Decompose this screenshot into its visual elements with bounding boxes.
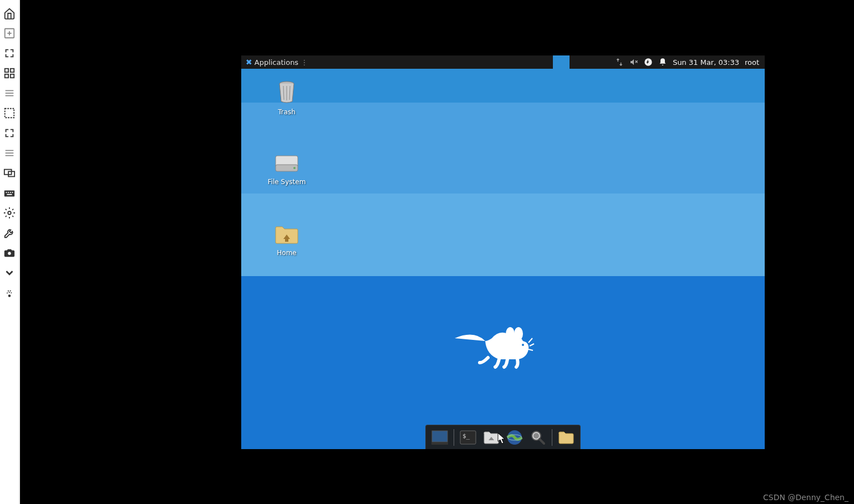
home-folder-icon	[274, 225, 299, 245]
svg-point-36	[514, 327, 523, 340]
desktop-icons-container: Trash File System Home	[265, 80, 309, 257]
menu2-icon[interactable]	[3, 146, 16, 160]
viewer-toolbar	[0, 0, 19, 504]
svg-rect-38	[432, 431, 448, 442]
expand-icon[interactable]	[3, 266, 16, 279]
fullscreen-toggle-icon[interactable]	[3, 47, 16, 60]
notification-icon[interactable]	[658, 58, 667, 67]
trash-label: Trash	[278, 108, 296, 116]
svg-rect-18	[8, 192, 9, 193]
system-tray: Sun 31 Mar, 03:33 root	[615, 55, 762, 69]
power-icon[interactable]	[644, 58, 653, 67]
applications-menu-button[interactable]: ✖ Applications ⋮	[241, 55, 312, 69]
svg-point-45	[533, 433, 539, 439]
fullscreen-icon[interactable]	[3, 67, 16, 80]
web-browser-button[interactable]	[505, 428, 524, 447]
filesystem-desktop-icon[interactable]: File System	[265, 155, 309, 186]
menu-icon[interactable]	[3, 86, 16, 100]
network-icon[interactable]	[615, 58, 624, 67]
tools-icon[interactable]	[3, 226, 16, 240]
new-connection-icon[interactable]	[3, 27, 16, 40]
disconnect-icon[interactable]	[3, 286, 16, 299]
bottom-dock: $_	[425, 425, 581, 449]
xfce-desktop[interactable]: ✖ Applications ⋮ Sun 31 Mar, 03:33 root	[241, 55, 765, 449]
svg-point-34	[293, 167, 296, 169]
scale-fullscreen-icon[interactable]	[3, 106, 16, 120]
svg-point-24	[9, 295, 11, 297]
svg-rect-6	[11, 74, 14, 78]
multi-monitor-icon[interactable]	[3, 166, 16, 180]
xfce-mouse-logo	[452, 322, 541, 377]
drive-icon	[274, 155, 299, 174]
app-finder-button[interactable]	[528, 428, 547, 447]
scale-icon[interactable]	[3, 126, 16, 140]
svg-rect-3	[5, 69, 8, 72]
svg-rect-10	[5, 109, 14, 118]
top-panel: ✖ Applications ⋮ Sun 31 Mar, 03:33 root	[241, 55, 765, 69]
home-desktop-icon[interactable]: Home	[265, 225, 309, 257]
home-label: Home	[277, 249, 296, 257]
screenshot-icon[interactable]	[3, 246, 16, 259]
dock-separator	[454, 429, 454, 446]
show-desktop-button[interactable]	[430, 428, 449, 447]
svg-rect-19	[10, 192, 11, 193]
svg-point-37	[522, 344, 524, 346]
svg-point-23	[8, 252, 11, 255]
volume-icon[interactable]	[629, 58, 638, 67]
menu-handle-icon: ⋮	[301, 58, 308, 67]
svg-text:$_: $_	[462, 432, 470, 440]
xfce-menu-icon: ✖	[246, 58, 252, 67]
applications-label: Applications	[255, 58, 298, 67]
keyboard-icon[interactable]	[3, 186, 16, 200]
watermark-text: CSDN @Denny_Chen_	[763, 493, 848, 502]
home-icon[interactable]	[3, 7, 16, 20]
trash-desktop-icon[interactable]: Trash	[265, 80, 309, 116]
svg-rect-4	[11, 69, 14, 72]
filesystem-label: File System	[268, 178, 306, 186]
datetime-label[interactable]: Sun 31 Mar, 03:33	[673, 58, 739, 67]
file-manager-button[interactable]	[482, 428, 501, 447]
user-label[interactable]: root	[745, 58, 759, 67]
svg-point-22	[8, 211, 11, 215]
svg-rect-5	[5, 74, 8, 78]
preferences-icon[interactable]	[3, 206, 16, 220]
svg-point-35	[506, 327, 515, 340]
svg-rect-16	[4, 190, 14, 196]
svg-rect-17	[6, 192, 7, 193]
home-folder-button[interactable]	[557, 428, 576, 447]
svg-rect-21	[7, 194, 12, 195]
svg-rect-20	[12, 192, 13, 193]
svg-line-46	[540, 439, 544, 444]
dock-separator	[552, 429, 552, 446]
trash-icon	[276, 80, 297, 104]
remote-display-area: ✖ Applications ⋮ Sun 31 Mar, 03:33 root	[20, 0, 854, 504]
terminal-button[interactable]: $_	[459, 428, 477, 447]
svg-rect-39	[431, 442, 448, 445]
workspace-indicator[interactable]	[553, 55, 570, 69]
